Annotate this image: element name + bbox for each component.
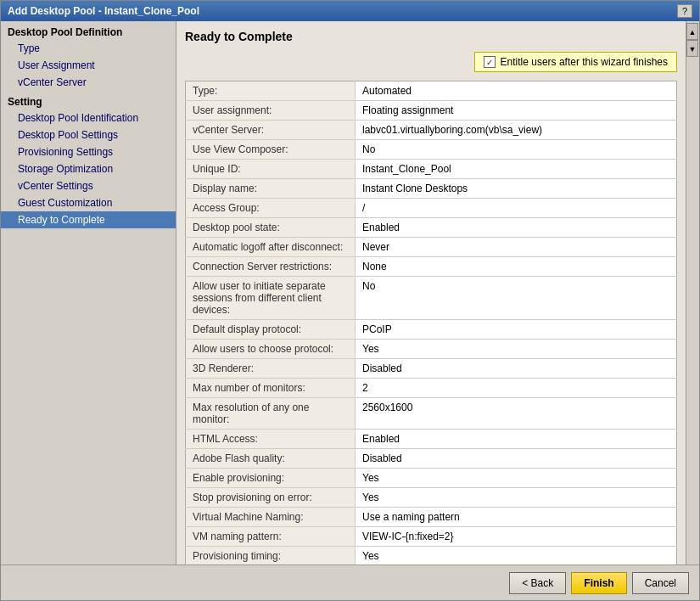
- table-row: Access Group:/: [186, 199, 677, 218]
- table-cell-label: Adobe Flash quality:: [186, 449, 356, 469]
- main-content: Desktop Pool Definition Type User Assign…: [1, 21, 699, 564]
- table-cell-value: Yes: [356, 547, 677, 565]
- table-cell-value: Yes: [356, 469, 677, 488]
- sidebar-section-setting: Setting: [1, 91, 176, 110]
- sidebar-item-desktop-pool-id[interactable]: Desktop Pool Identification: [1, 110, 176, 126]
- table-row: 3D Renderer:Disabled: [186, 359, 677, 379]
- sidebar-item-vcenter-settings[interactable]: vCenter Settings: [1, 177, 176, 194]
- table-cell-label: Use View Composer:: [186, 140, 356, 160]
- table-cell-label: Access Group:: [186, 199, 356, 218]
- table-cell-value: 2560x1600: [356, 398, 677, 430]
- table-row: Default display protocol:PCoIP: [186, 320, 677, 340]
- sidebar: Desktop Pool Definition Type User Assign…: [1, 21, 176, 564]
- table-cell-label: Allow user to initiate separate sessions…: [186, 277, 356, 320]
- table-cell-value: VIEW-IC-{n:fixed=2}: [356, 527, 677, 547]
- table-row: Enable provisioning:Yes: [186, 469, 677, 488]
- table-cell-value: No: [356, 140, 677, 160]
- table-row: Max resolution of any one monitor:2560x1…: [186, 398, 677, 430]
- table-row: Unique ID:Instant_Clone_Pool: [186, 160, 677, 179]
- table-row: Allow users to choose protocol:Yes: [186, 340, 677, 359]
- table-cell-value: Disabled: [356, 359, 677, 379]
- sidebar-item-guest-customization[interactable]: Guest Customization: [1, 194, 176, 211]
- table-cell-label: Allow users to choose protocol:: [186, 340, 356, 359]
- table-cell-value: Instant Clone Desktops: [356, 179, 677, 199]
- sidebar-item-provisioning-settings[interactable]: Provisioning Settings: [1, 143, 176, 160]
- table-row: Max number of monitors:2: [186, 379, 677, 398]
- table-cell-value: PCoIP: [356, 320, 677, 340]
- table-row: VM naming pattern:VIEW-IC-{n:fixed=2}: [186, 527, 677, 547]
- entitle-box[interactable]: ✓ Entitle users after this wizard finish…: [474, 52, 677, 72]
- main-window: Add Desktop Pool - Instant_Clone_Pool ? …: [0, 0, 700, 601]
- table-row: Provisioning timing:Yes: [186, 547, 677, 565]
- sidebar-item-ready-to-complete[interactable]: Ready to Complete: [1, 211, 176, 228]
- back-button[interactable]: < Back: [509, 572, 566, 594]
- table-row: Use View Composer:No: [186, 140, 677, 160]
- table-cell-value: Never: [356, 238, 677, 257]
- table-cell-label: Unique ID:: [186, 160, 356, 179]
- table-row: User assignment:Floating assignment: [186, 101, 677, 121]
- table-cell-value: Enabled: [356, 218, 677, 238]
- scroll-up-arrow[interactable]: ▲: [686, 23, 698, 40]
- table-cell-value: Enabled: [356, 430, 677, 449]
- finish-button[interactable]: Finish: [571, 572, 626, 594]
- table-row: Display name:Instant Clone Desktops: [186, 179, 677, 199]
- sidebar-item-type[interactable]: Type: [1, 40, 176, 57]
- table-row: Virtual Machine Naming:Use a naming patt…: [186, 508, 677, 527]
- entitle-checkbox-row: ✓ Entitle users after this wizard finish…: [185, 52, 677, 72]
- table-row: Allow user to initiate separate sessions…: [186, 277, 677, 320]
- table-row: Desktop pool state:Enabled: [186, 218, 677, 238]
- help-button[interactable]: ?: [677, 4, 692, 18]
- table-row: Connection Server restrictions:None: [186, 257, 677, 277]
- summary-table: Type:AutomatedUser assignment:Floating a…: [185, 81, 677, 564]
- footer: < Back Finish Cancel: [1, 564, 699, 600]
- cancel-button[interactable]: Cancel: [632, 572, 689, 594]
- entitle-label: Entitle users after this wizard finishes: [501, 56, 668, 68]
- title-bar: Add Desktop Pool - Instant_Clone_Pool ?: [1, 1, 699, 21]
- table-row: vCenter Server:labvc01.virtuallyboring.c…: [186, 121, 677, 140]
- table-cell-label: HTML Access:: [186, 430, 356, 449]
- table-cell-label: Enable provisioning:: [186, 469, 356, 488]
- table-cell-label: Default display protocol:: [186, 320, 356, 340]
- table-cell-value: labvc01.virtuallyboring.com(vb\sa_view): [356, 121, 677, 140]
- table-cell-value: Automated: [356, 81, 677, 101]
- page-title: Ready to Complete: [185, 30, 677, 43]
- table-cell-label: Automatic logoff after disconnect:: [186, 238, 356, 257]
- table-cell-value: Yes: [356, 340, 677, 359]
- table-cell-label: Connection Server restrictions:: [186, 257, 356, 277]
- table-cell-label: Display name:: [186, 179, 356, 199]
- table-row: Type:Automated: [186, 81, 677, 101]
- table-cell-value: Yes: [356, 488, 677, 508]
- sidebar-section-definition: Desktop Pool Definition: [1, 21, 176, 40]
- table-row: Adobe Flash quality:Disabled: [186, 449, 677, 469]
- table-cell-value: /: [356, 199, 677, 218]
- table-cell-label: Max resolution of any one monitor:: [186, 398, 356, 430]
- table-cell-value: None: [356, 257, 677, 277]
- table-row: Stop provisioning on error:Yes: [186, 488, 677, 508]
- table-cell-label: VM naming pattern:: [186, 527, 356, 547]
- table-cell-label: Desktop pool state:: [186, 218, 356, 238]
- table-cell-label: Virtual Machine Naming:: [186, 508, 356, 527]
- table-cell-value: Instant_Clone_Pool: [356, 160, 677, 179]
- table-cell-label: Provisioning timing:: [186, 547, 356, 565]
- table-cell-value: Use a naming pattern: [356, 508, 677, 527]
- table-cell-label: User assignment:: [186, 101, 356, 121]
- table-row: HTML Access:Enabled: [186, 430, 677, 449]
- table-cell-label: vCenter Server:: [186, 121, 356, 140]
- table-cell-label: 3D Renderer:: [186, 359, 356, 379]
- table-row: Automatic logoff after disconnect:Never: [186, 238, 677, 257]
- table-cell-label: Type:: [186, 81, 356, 101]
- sidebar-item-user-assignment[interactable]: User Assignment: [1, 57, 176, 74]
- table-cell-value: 2: [356, 379, 677, 398]
- sidebar-item-desktop-pool-settings[interactable]: Desktop Pool Settings: [1, 126, 176, 143]
- window-title: Add Desktop Pool - Instant_Clone_Pool: [8, 5, 199, 17]
- table-cell-label: Stop provisioning on error:: [186, 488, 356, 508]
- entitle-checkbox[interactable]: ✓: [484, 56, 496, 68]
- table-cell-value: Disabled: [356, 449, 677, 469]
- sidebar-item-storage-optimization[interactable]: Storage Optimization: [1, 160, 176, 177]
- right-scrollbar[interactable]: ▲ ▼: [686, 21, 699, 564]
- table-cell-label: Max number of monitors:: [186, 379, 356, 398]
- sidebar-item-vcenter-server[interactable]: vCenter Server: [1, 74, 176, 91]
- scroll-down-arrow[interactable]: ▼: [686, 40, 698, 57]
- table-cell-value: Floating assignment: [356, 101, 677, 121]
- table-cell-value: No: [356, 277, 677, 320]
